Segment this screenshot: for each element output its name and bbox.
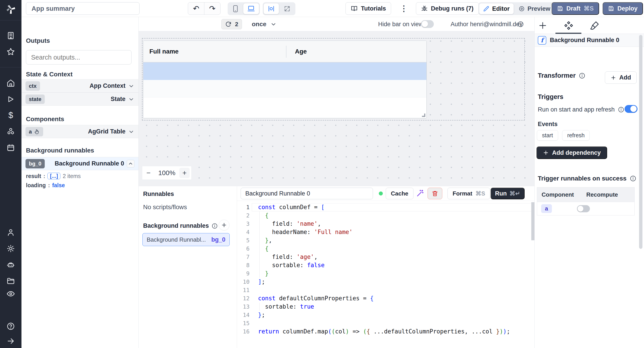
code-line-5[interactable]: 5 }, xyxy=(237,236,534,245)
mobile-view-button[interactable] xyxy=(228,3,242,14)
folders-icon[interactable] xyxy=(0,276,22,285)
recompute-toggle[interactable] xyxy=(577,205,590,212)
code-line-3[interactable]: 3 field: 'name', xyxy=(237,220,534,228)
code-line-9[interactable]: 9 } xyxy=(237,269,534,278)
table-row[interactable] xyxy=(143,97,426,118)
add-transformer-button[interactable]: Add xyxy=(605,71,636,84)
info-icon[interactable] xyxy=(618,106,624,113)
draft-button[interactable]: Draft ⌘S xyxy=(552,2,599,15)
info-icon[interactable] xyxy=(579,72,586,79)
hide-bar-toggle[interactable] xyxy=(421,20,434,28)
chevron-down-icon[interactable] xyxy=(128,83,134,89)
code-line-13[interactable]: 13 sortable: true xyxy=(237,302,534,311)
settings-gear-icon[interactable] xyxy=(0,244,22,253)
cache-button[interactable]: Cache xyxy=(386,188,414,199)
table-header-age[interactable]: Age xyxy=(286,48,307,55)
workers-robot-icon[interactable] xyxy=(0,260,22,269)
component-a-row[interactable]: a AgGrid Table xyxy=(22,125,138,138)
bg0-output-row[interactable]: bg_0 Background Runnable 0 xyxy=(22,157,138,170)
info-icon[interactable] xyxy=(630,175,636,182)
favorites-star-icon[interactable] xyxy=(0,47,22,56)
event-chip-start[interactable]: start xyxy=(537,130,558,141)
code-line-14[interactable]: 14}; xyxy=(237,311,534,319)
delete-runnable-button[interactable] xyxy=(428,188,442,199)
schedules-calendar-icon[interactable] xyxy=(0,143,22,152)
code-line-16[interactable]: 16return columnDef.map((col) => ({ ...de… xyxy=(237,327,534,336)
result-row[interactable]: result : [...] 2 items xyxy=(26,173,81,179)
styling-tab[interactable] xyxy=(589,20,600,31)
table-row-selected[interactable] xyxy=(143,63,426,80)
zoom-in-button[interactable]: + xyxy=(179,168,190,178)
center-canvas-button[interactable] xyxy=(264,3,279,14)
home-icon[interactable] xyxy=(0,79,22,88)
run-on-start-toggle[interactable] xyxy=(624,105,638,113)
code-scrollbar[interactable] xyxy=(531,202,534,240)
info-icon[interactable] xyxy=(212,223,218,229)
refresh-components-button[interactable]: 2 xyxy=(222,19,242,29)
components-settings-tab[interactable] xyxy=(563,20,574,31)
redo-button[interactable]: ↷ xyxy=(204,3,220,15)
desktop-view-button[interactable] xyxy=(243,3,259,14)
editor-tab[interactable]: Editor xyxy=(479,3,514,14)
event-chip-refresh[interactable]: refresh xyxy=(562,130,590,141)
table-row[interactable] xyxy=(143,80,426,97)
code-line-8[interactable]: 8 sortable: false xyxy=(237,261,534,269)
code-editor[interactable]: 1const columnDef = [2 {3 field: 'name',4… xyxy=(237,201,534,348)
more-menu-button[interactable]: ⋮ xyxy=(400,2,408,15)
result-expand-box[interactable]: [...] xyxy=(48,173,60,179)
aggrid-table-component[interactable]: Full name Age xyxy=(143,41,427,118)
code-line-11[interactable]: 11 xyxy=(237,286,534,294)
plus-icon xyxy=(221,222,227,228)
state-output-row[interactable]: state State xyxy=(22,92,138,106)
code-line-4[interactable]: 4 headerName: 'Full name' xyxy=(237,228,534,236)
code-line-6[interactable]: 6 { xyxy=(237,245,534,253)
preview-tab[interactable]: Preview xyxy=(514,3,554,14)
undo-button[interactable]: ↶ xyxy=(188,3,204,15)
run-button[interactable]: Run ⌘↵ xyxy=(490,188,524,199)
add-background-runnable-button[interactable] xyxy=(219,220,230,230)
refresh-icon xyxy=(225,21,232,27)
app-summary-input[interactable] xyxy=(26,2,140,15)
audit-eye-icon[interactable] xyxy=(0,289,22,298)
right-panel-scrollbar[interactable] xyxy=(639,35,642,249)
format-button[interactable]: Format ⌘S xyxy=(448,188,490,199)
variables-dollar-icon[interactable]: $ xyxy=(0,111,22,120)
search-outputs-input[interactable] xyxy=(26,50,132,65)
background-runnable-item-selected[interactable]: Background Runnabl... bg_0 xyxy=(142,233,230,246)
code-line-10[interactable]: 10]; xyxy=(237,278,534,286)
table-header-full-name[interactable]: Full name xyxy=(143,48,286,55)
app-canvas[interactable]: Full name Age − 100% + xyxy=(139,31,534,186)
code-line-12[interactable]: 12const defaultColumnProperties = { xyxy=(237,294,534,302)
help-icon[interactable] xyxy=(0,322,22,331)
chevron-down-icon[interactable] xyxy=(128,128,134,135)
workspace-building-icon[interactable] xyxy=(0,31,22,40)
expand-canvas-button[interactable] xyxy=(280,3,294,14)
ai-wand-button[interactable] xyxy=(415,188,425,199)
loading-row[interactable]: loading : false xyxy=(26,182,65,189)
runnable-name-input[interactable] xyxy=(240,188,373,199)
resources-cubes-icon[interactable] xyxy=(0,127,22,136)
collapse-arrow-icon[interactable] xyxy=(0,336,22,345)
chevron-down-icon[interactable] xyxy=(128,96,134,102)
add-component-tab[interactable] xyxy=(537,20,548,31)
collapse-row-button[interactable] xyxy=(127,160,134,167)
user-icon[interactable] xyxy=(0,228,22,237)
windmill-logo-icon[interactable] xyxy=(0,3,22,16)
tutorials-button[interactable]: Tutorials xyxy=(346,2,391,15)
info-icon[interactable] xyxy=(517,21,524,28)
schedule-dropdown[interactable]: once xyxy=(252,19,276,29)
code-line-15[interactable]: 15 xyxy=(237,319,534,327)
line-number: 7 xyxy=(237,253,250,261)
zoom-out-button[interactable]: − xyxy=(142,169,155,177)
code-line-7[interactable]: 7 field: 'age', xyxy=(237,253,534,261)
runs-play-icon[interactable] xyxy=(0,95,22,104)
resize-handle[interactable] xyxy=(422,113,425,117)
line-number: 1 xyxy=(237,203,250,211)
code-line-2[interactable]: 2 { xyxy=(237,211,534,220)
deploy-button[interactable]: Deploy xyxy=(603,2,643,15)
component-a-chip[interactable]: a xyxy=(541,204,552,213)
code-line-1[interactable]: 1const columnDef = [ xyxy=(237,203,534,211)
debug-runs-button[interactable]: Debug runs (7) xyxy=(416,2,479,15)
add-dependency-button[interactable]: Add dependency xyxy=(536,146,607,159)
ctx-output-row[interactable]: ctx App Context xyxy=(22,79,138,92)
